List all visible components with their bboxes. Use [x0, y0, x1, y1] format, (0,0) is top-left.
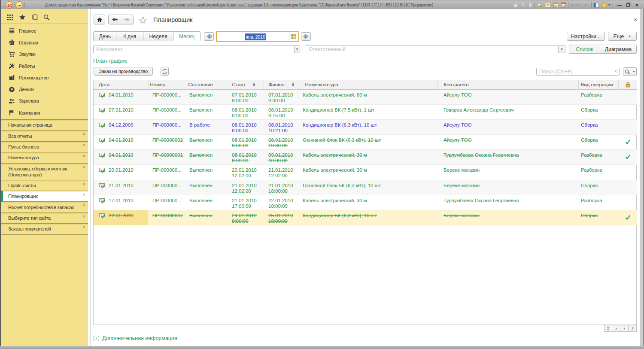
- svg-text:1С: 1С: [7, 3, 12, 8]
- svg-text:31: 31: [562, 4, 565, 7]
